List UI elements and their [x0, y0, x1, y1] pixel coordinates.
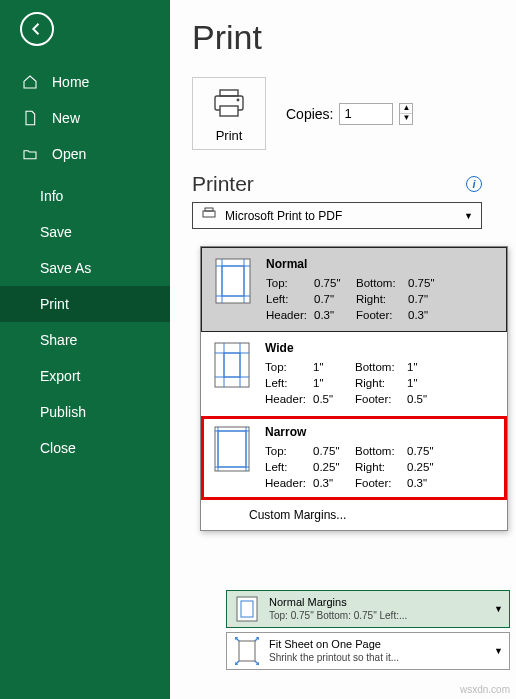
margin-option-normal[interactable]: Normal Top:0.75"Bottom:0.75" Left:0.7"Ri… — [201, 247, 507, 332]
sidebar-item-label: Save As — [40, 260, 91, 276]
margin-thumb-icon — [211, 340, 253, 390]
svg-rect-2 — [220, 106, 238, 116]
svg-rect-26 — [239, 641, 255, 661]
copies-decrease-button[interactable]: ▼ — [400, 114, 412, 124]
sidebar-item-label: Save — [40, 224, 72, 240]
sidebar-item-close[interactable]: Close — [0, 430, 170, 466]
margin-thumb-icon — [211, 424, 253, 474]
svg-rect-0 — [220, 90, 238, 96]
margin-option-wide[interactable]: Wide Top:1"Bottom:1" Left:1"Right:1" Hea… — [201, 332, 507, 416]
chevron-down-icon: ▼ — [464, 211, 473, 221]
sidebar-item-label: Print — [40, 296, 69, 312]
sidebar-item-label: Share — [40, 332, 77, 348]
svg-point-3 — [237, 99, 240, 102]
sidebar-item-share[interactable]: Share — [0, 322, 170, 358]
margin-option-narrow[interactable]: Narrow Top:0.75"Bottom:0.75" Left:0.25"R… — [201, 416, 507, 500]
sidebar-item-home[interactable]: Home — [0, 64, 170, 100]
svg-rect-18 — [215, 427, 249, 471]
margins-dropdown-line1: Normal Margins — [269, 596, 486, 609]
svg-rect-5 — [205, 208, 213, 211]
sidebar-item-label: Close — [40, 440, 76, 456]
sidebar-item-print[interactable]: Print — [0, 286, 170, 322]
watermark: wsxdn.com — [460, 684, 510, 695]
margins-dropdown-line2: Top: 0.75" Bottom: 0.75" Left:... — [269, 610, 469, 622]
chevron-down-icon: ▼ — [494, 604, 503, 614]
scaling-dropdown-line1: Fit Sheet on One Page — [269, 638, 486, 651]
sidebar-item-save-as[interactable]: Save As — [0, 250, 170, 286]
margins-icon — [233, 595, 261, 623]
print-button-label: Print — [197, 128, 261, 143]
page-title: Print — [192, 18, 506, 57]
back-button[interactable] — [20, 12, 54, 46]
sidebar-item-publish[interactable]: Publish — [0, 394, 170, 430]
printer-dropdown[interactable]: Microsoft Print to PDF ▼ — [192, 202, 482, 229]
printer-heading: Printer — [192, 172, 254, 196]
sidebar-item-open[interactable]: Open — [0, 136, 170, 172]
sidebar-item-label: Publish — [40, 404, 86, 420]
printer-selected-label: Microsoft Print to PDF — [225, 209, 342, 223]
copies-increase-button[interactable]: ▲ — [400, 104, 412, 114]
svg-rect-12 — [215, 343, 249, 387]
margin-option-name: Narrow — [265, 424, 497, 441]
sidebar-item-export[interactable]: Export — [0, 358, 170, 394]
margin-option-name: Normal — [266, 256, 496, 273]
sidebar-item-label: Info — [40, 188, 63, 204]
sidebar-item-new[interactable]: New — [0, 100, 170, 136]
sidebar-item-info[interactable]: Info — [0, 172, 170, 214]
scaling-dropdown[interactable]: Fit Sheet on One Page Shrink the printou… — [226, 632, 510, 670]
sidebar-item-label: New — [52, 110, 80, 126]
sidebar-item-label: Export — [40, 368, 80, 384]
chevron-down-icon: ▼ — [494, 646, 503, 656]
margins-dropdown[interactable]: Normal Margins Top: 0.75" Bottom: 0.75" … — [226, 590, 510, 628]
sidebar-item-label: Open — [52, 146, 86, 162]
fit-page-icon — [233, 637, 261, 665]
printer-icon — [197, 84, 261, 124]
info-icon[interactable]: i — [466, 176, 482, 192]
margin-thumb-icon — [212, 256, 254, 306]
sidebar-item-save[interactable]: Save — [0, 214, 170, 250]
print-button[interactable]: Print — [192, 77, 266, 150]
custom-margins-item[interactable]: Custom Margins... — [201, 500, 507, 530]
svg-rect-4 — [203, 211, 215, 217]
document-icon — [22, 110, 38, 126]
copies-input[interactable] — [339, 103, 393, 125]
margins-popup: Normal Top:0.75"Bottom:0.75" Left:0.7"Ri… — [200, 246, 508, 531]
printer-icon-small — [201, 207, 217, 224]
scaling-dropdown-line2: Shrink the printout so that it... — [269, 652, 469, 664]
sidebar-item-label: Home — [52, 74, 89, 90]
home-icon — [22, 74, 38, 90]
folder-open-icon — [22, 146, 38, 162]
copies-label: Copies: — [286, 106, 333, 122]
margin-option-name: Wide — [265, 340, 497, 357]
